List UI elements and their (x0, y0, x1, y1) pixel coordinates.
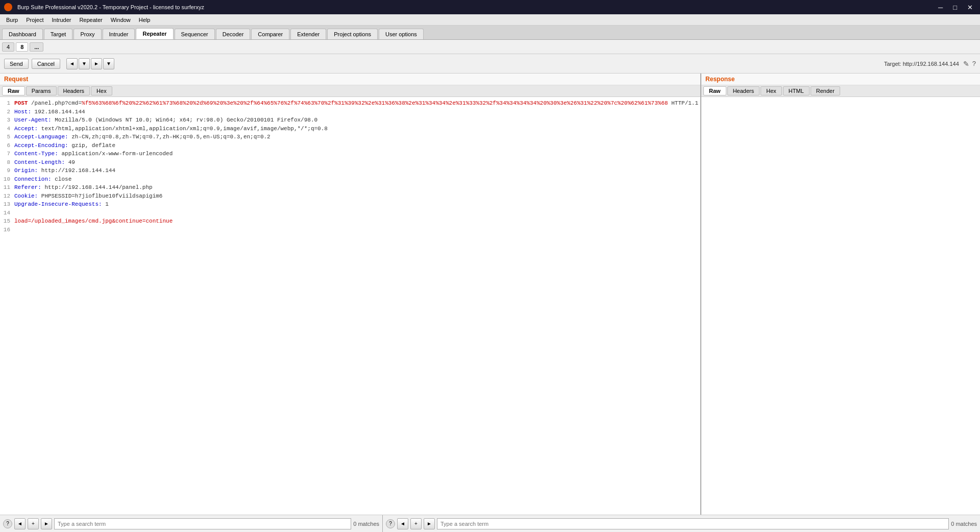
request-panel-title: Request (0, 74, 32, 85)
tab-target[interactable]: Target (44, 29, 73, 39)
minimize-button[interactable]: ─ (935, 3, 946, 12)
request-line-6: 6 Accept-Encoding: gzip, deflate (2, 141, 698, 150)
response-search-help-button[interactable]: ? (386, 519, 395, 528)
sub-tab-more[interactable]: ... (30, 42, 43, 52)
nav-next-down-button[interactable]: ▼ (103, 58, 114, 69)
request-panel: Request Raw Params Headers Hex 1 POST /p… (0, 74, 701, 515)
request-line-12: 12 Cookie: PHPSESSID=h7jioflbue10fviilds… (2, 192, 698, 201)
menu-burp[interactable]: Burp (2, 16, 22, 24)
nav-prev-down-button[interactable]: ▼ (79, 58, 90, 69)
response-tab-render[interactable]: Render (811, 86, 840, 95)
request-tab-params[interactable]: Params (26, 86, 57, 95)
request-line-7: 7 Content-Type: application/x-www-form-u… (2, 150, 698, 158)
response-tab-hex[interactable]: Hex (761, 86, 782, 95)
request-line-16: 16 (2, 226, 698, 234)
tab-decoder[interactable]: Decoder (216, 29, 251, 39)
tab-extender[interactable]: Extender (290, 29, 326, 39)
sub-tab-bar: 4 8 ... (0, 40, 980, 54)
response-tab-headers[interactable]: Headers (727, 86, 760, 95)
target-text: Target: http://192.168.144.144 (884, 61, 959, 67)
window-title: Burp Suite Professional v2020.2 - Tempor… (17, 4, 204, 10)
tab-sequencer[interactable]: Sequencer (175, 29, 215, 39)
request-search-input[interactable] (54, 518, 351, 529)
request-tab-raw[interactable]: Raw (2, 86, 25, 95)
response-code-area[interactable] (701, 97, 980, 515)
app-logo (4, 3, 12, 11)
request-line-1: 1 POST /panel.php?cmd=%f5%63%68%6f%20%22… (2, 99, 698, 108)
response-search-prev[interactable]: ◄ (397, 518, 408, 529)
target-label: Target: http://192.168.144.144 ✎ ? (884, 60, 976, 68)
request-search-next-2[interactable]: ► (41, 518, 52, 529)
request-matches-label: 0 matches (353, 521, 379, 527)
title-bar: Burp Suite Professional v2020.2 - Tempor… (0, 0, 980, 14)
title-bar-left: Burp Suite Professional v2020.2 - Tempor… (4, 3, 204, 11)
cancel-button[interactable]: Cancel (32, 59, 60, 69)
request-line-9: 9 Origin: http://192.168.144.144 (2, 166, 698, 175)
tab-repeater[interactable]: Repeater (136, 28, 173, 39)
send-button[interactable]: Send (4, 59, 29, 69)
request-line-11: 11 Referer: http://192.168.144.144/panel… (2, 183, 698, 192)
toolbar: Send Cancel ◄ ▼ ► ▼ Target: http://192.1… (0, 54, 980, 74)
request-panel-tabs: Raw Params Headers Hex (0, 85, 700, 97)
nav-next-button[interactable]: ► (91, 58, 102, 69)
main-tab-bar: Dashboard Target Proxy Intruder Repeater… (0, 26, 980, 40)
response-search-next-2[interactable]: ► (424, 518, 435, 529)
menu-repeater[interactable]: Repeater (75, 16, 106, 24)
request-search-prev[interactable]: ◄ (14, 518, 26, 529)
sub-tab-8[interactable]: 8 (16, 42, 28, 52)
menu-intruder[interactable]: Intruder (48, 16, 76, 24)
request-line-4: 4 Accept: text/html,application/xhtml+xm… (2, 125, 698, 133)
bottom-bar: ? ◄ + ► 0 matches ? ◄ + ► 0 matches (0, 515, 980, 532)
response-panel: Response Raw Headers Hex HTML Render (701, 74, 980, 515)
request-line-10: 10 Connection: close (2, 175, 698, 184)
close-button[interactable]: ✕ (964, 3, 976, 12)
request-search-help-button[interactable]: ? (3, 519, 12, 528)
target-help-icon[interactable]: ? (972, 60, 976, 67)
request-line-14: 14 (2, 209, 698, 217)
request-search-next-1[interactable]: + (28, 518, 39, 529)
main-area: Request Raw Params Headers Hex 1 POST /p… (0, 74, 980, 515)
nav-prev-button[interactable]: ◄ (66, 58, 78, 69)
request-tab-hex[interactable]: Hex (91, 86, 112, 95)
request-line-2: 2 Host: 192.168.144.144 (2, 108, 698, 116)
tab-user-options[interactable]: User options (379, 29, 424, 39)
request-line-5: 5 Accept-Language: zh-CN,zh;q=0.8,zh-TW;… (2, 133, 698, 141)
title-bar-controls: ─ □ ✕ (935, 3, 976, 12)
maximize-button[interactable]: □ (950, 3, 960, 12)
request-line-13: 13 Upgrade-Insecure-Requests: 1 (2, 200, 698, 209)
menu-project[interactable]: Project (22, 16, 47, 24)
tab-project-options[interactable]: Project options (327, 29, 378, 39)
menu-bar: Burp Project Intruder Repeater Window He… (0, 14, 980, 26)
tab-dashboard[interactable]: Dashboard (2, 29, 43, 39)
edit-target-icon[interactable]: ✎ (963, 60, 969, 68)
response-matches-label: 0 matches (951, 521, 977, 527)
menu-help[interactable]: Help (135, 16, 155, 24)
request-line-3: 3 User-Agent: Mozilla/5.0 (Windows NT 10… (2, 116, 698, 125)
sub-tab-4[interactable]: 4 (2, 42, 14, 52)
response-search-next-1[interactable]: + (410, 518, 422, 529)
request-line-8: 8 Content-Length: 49 (2, 158, 698, 167)
tab-proxy[interactable]: Proxy (74, 29, 101, 39)
menu-window[interactable]: Window (107, 16, 135, 24)
response-tab-raw[interactable]: Raw (703, 86, 726, 95)
response-search-input[interactable] (437, 518, 949, 529)
request-code-area[interactable]: 1 POST /panel.php?cmd=%f5%63%68%6f%20%22… (0, 97, 700, 515)
tab-comparer[interactable]: Comparer (251, 29, 289, 39)
response-tab-html[interactable]: HTML (783, 86, 810, 95)
response-panel-title: Response (701, 74, 739, 85)
request-tab-headers[interactable]: Headers (58, 86, 90, 95)
response-search-bar: ? ◄ + ► 0 matches (383, 515, 980, 532)
request-search-bar: ? ◄ + ► 0 matches (0, 515, 383, 532)
request-line-15: 15 load=/uploaded_images/cmd.jpg&continu… (2, 217, 698, 226)
tab-intruder[interactable]: Intruder (103, 29, 135, 39)
response-panel-tabs: Raw Headers Hex HTML Render (701, 85, 980, 97)
